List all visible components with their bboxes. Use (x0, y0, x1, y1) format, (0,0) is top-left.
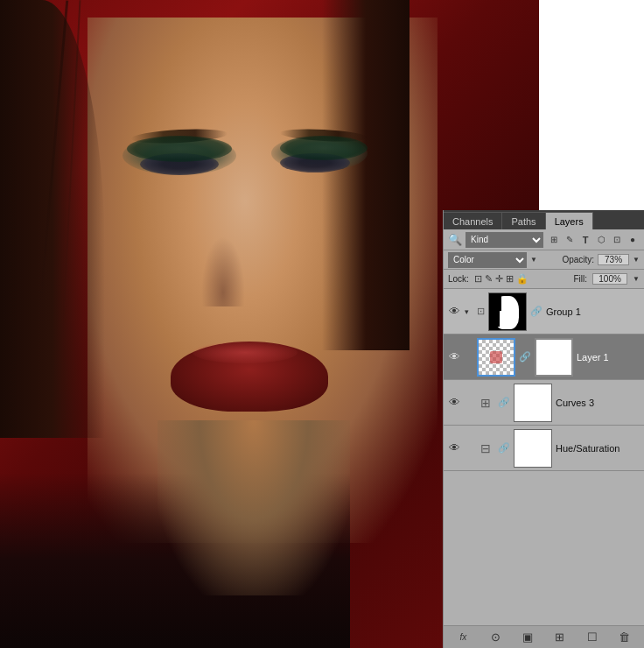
create-layer-button[interactable]: ☐ (584, 629, 601, 646)
opacity-value[interactable]: 73% (598, 254, 629, 265)
opacity-arrow: ▼ (633, 256, 640, 264)
lock-position-icon[interactable]: ✛ (495, 273, 503, 285)
create-group-button[interactable]: ⊞ (551, 629, 569, 646)
panel-toolbar-icons: ⊞ ✎ T ⬡ ⊡ ● (547, 233, 640, 247)
filter-row: 🔍 Kind Name Effect Mode ⊞ ✎ T ⬡ ⊡ ● (444, 229, 644, 250)
tab-layers[interactable]: Layers (546, 212, 593, 229)
layer-row-layer1[interactable]: 👁 🔗 Layer 1 (444, 335, 644, 380)
group1-name: Group 1 (546, 306, 640, 317)
opacity-label: Opacity: (562, 255, 594, 264)
fill-value[interactable]: 100% (592, 273, 627, 285)
layer-row-group1[interactable]: 👁 ▾ ⊡ 🔗 Group 1 (444, 289, 644, 335)
visibility-huesat[interactable]: 👁 (447, 441, 461, 455)
add-fx-button[interactable]: fx (454, 629, 472, 646)
panel-tabs: Channels Paths Layers (444, 210, 644, 229)
curves3-chain: 🔗 (498, 397, 510, 408)
curves3-name: Curves 3 (556, 398, 640, 408)
layer1-chain: 🔗 (519, 351, 531, 363)
curves3-mask-thumbnail (514, 384, 552, 422)
layers-bottom-toolbar: fx ⊙ ▣ ⊞ ☐ 🗑 (444, 625, 644, 648)
blend-mode-row: Color Normal Multiply Screen Overlay ▼ O… (444, 250, 644, 270)
visibility-curves3[interactable]: 👁 (447, 396, 461, 410)
lock-artboard-icon[interactable]: ⊞ (506, 273, 514, 285)
visibility-layer1[interactable]: 👁 (447, 350, 461, 364)
group1-thumbnail (488, 292, 527, 331)
huesat-mask-thumbnail (514, 429, 552, 468)
lock-label: Lock: (448, 274, 469, 284)
group-icons: ⊡ (477, 306, 485, 317)
group-link-icon: ⊡ (477, 306, 485, 317)
add-fill-layer-button[interactable]: ▣ (519, 629, 536, 646)
icon-adjustment[interactable]: ● (626, 233, 640, 247)
layer1-name: Layer 1 (577, 352, 640, 363)
huesat-name: Hue/Saturation (556, 443, 640, 454)
lock-paint-icon[interactable]: ✎ (485, 273, 493, 285)
icon-type[interactable]: T (578, 233, 592, 247)
lock-transparent-icon[interactable]: ⊡ (474, 273, 482, 285)
huesat-adj-icon: ⊟ (477, 440, 494, 457)
blend-mode-arrow: ▼ (530, 256, 537, 264)
layers-panel: Channels Paths Layers 🔍 Kind Name Effect… (443, 210, 644, 648)
visibility-group1[interactable]: 👁 (447, 305, 461, 319)
filter-select[interactable]: Kind Name Effect Mode (466, 232, 543, 248)
fill-label: Fill: (574, 274, 588, 284)
blend-mode-select[interactable]: Color Normal Multiply Screen Overlay (448, 252, 527, 268)
delete-layer-button[interactable]: 🗑 (616, 629, 634, 646)
fill-arrow: ▼ (633, 275, 640, 283)
expand-group1[interactable]: ▾ (465, 307, 473, 316)
tab-channels[interactable]: Channels (444, 212, 502, 229)
icon-smart-filter[interactable]: ✎ (563, 233, 577, 247)
layer1-thumbnail (477, 338, 515, 377)
lock-all-icon[interactable]: 🔒 (516, 273, 528, 285)
filter-icon: 🔍 (448, 233, 462, 246)
icon-normal-map[interactable]: ⊞ (547, 233, 561, 247)
add-mask-button[interactable]: ⊙ (486, 629, 504, 646)
icon-shape[interactable]: ⬡ (594, 233, 608, 247)
huesat-chain: 🔗 (498, 442, 510, 454)
group1-chain: 🔗 (530, 306, 542, 317)
lock-icons: ⊡ ✎ ✛ ⊞ 🔒 (474, 273, 528, 285)
layer-row-huesat[interactable]: 👁 ⊟ 🔗 Hue/Saturation (444, 426, 644, 471)
layer-row-curves3[interactable]: 👁 ⊞ 🔗 Curves 3 (444, 380, 644, 426)
layer1-mask-thumbnail (535, 338, 573, 377)
curves3-adj-icon: ⊞ (477, 394, 494, 412)
icon-pixel[interactable]: ⊡ (610, 233, 624, 247)
tab-paths[interactable]: Paths (502, 212, 545, 229)
lock-row: Lock: ⊡ ✎ ✛ ⊞ 🔒 Fill: 100% ▼ (444, 270, 644, 289)
canvas-white-area (539, 0, 644, 210)
